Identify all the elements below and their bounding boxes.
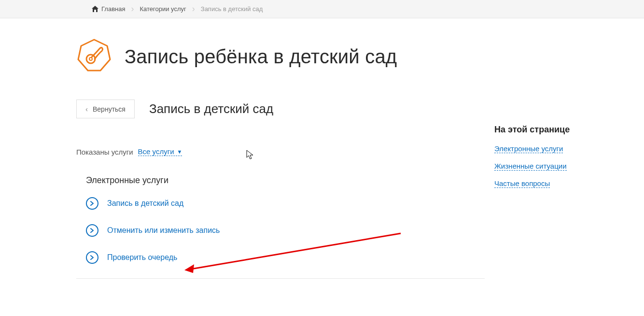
section-heading: Электронные услуги [86,175,485,186]
chevron-right-icon: › [131,4,134,14]
sidebar-link-eservices[interactable]: Электронные услуги [494,144,563,153]
page-title: Запись ребёнка в детский сад [125,46,397,68]
back-button[interactable]: ‹ Вернуться [76,100,135,118]
breadcrumb: Главная › Категории услуг › Запись в дет… [0,0,644,18]
service-link-label: Запись в детский сад [107,199,183,208]
filter-value-label: Все услуги [138,147,174,156]
arrow-right-circle-icon [86,224,98,237]
sidebar-heading: На этой странице [494,125,610,135]
chevron-down-icon: ▼ [177,149,182,155]
breadcrumb-categories-label: Категории услуг [140,5,186,13]
pacifier-icon [76,38,112,75]
service-item-enroll[interactable]: Запись в детский сад [86,197,485,210]
service-list: Запись в детский сад Отменить или измени… [86,197,485,264]
breadcrumb-current: Запись в детский сад [196,0,268,18]
chevron-left-icon: ‹ [85,105,88,113]
services-filter: Показаны услуги Все услуги ▼ [76,147,485,156]
breadcrumb-home-label: Главная [101,5,125,13]
page-header: Запись ребёнка в детский сад [76,38,485,75]
service-item-check-queue[interactable]: Проверить очередь [86,251,485,264]
svg-point-1 [89,57,92,60]
arrow-right-circle-icon [86,251,98,264]
service-link-label: Проверить очередь [107,253,177,262]
chevron-right-icon: › [192,4,195,14]
arrow-right-circle-icon [86,197,98,210]
page-nav-sidebar: На этой странице Электронные услуги Жизн… [494,38,610,279]
filter-label: Показаны услуги [76,148,133,156]
sub-title: Запись в детский сад [149,101,273,116]
home-icon [92,6,98,12]
sidebar-link-faq[interactable]: Частые вопросы [494,179,550,188]
divider [76,278,485,279]
breadcrumb-home[interactable]: Главная [87,0,130,18]
sidebar-link-situations[interactable]: Жизненные ситуации [494,162,567,171]
filter-dropdown[interactable]: Все услуги ▼ [138,147,182,156]
service-item-cancel[interactable]: Отменить или изменить запись [86,224,485,237]
breadcrumb-categories[interactable]: Категории услуг [135,0,191,18]
back-button-label: Вернуться [93,105,126,113]
service-link-label: Отменить или изменить запись [107,226,220,235]
breadcrumb-current-label: Запись в детский сад [201,5,263,13]
